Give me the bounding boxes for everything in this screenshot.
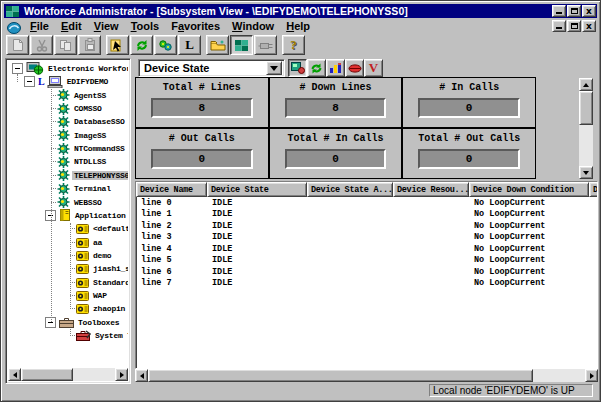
new-document-button[interactable] [6, 35, 29, 55]
help-button[interactable]: ? [282, 35, 305, 55]
close-button[interactable]: x [582, 5, 596, 17]
tree-item-terminal[interactable]: Terminal [51, 182, 113, 195]
menu-edit[interactable]: Edit [61, 20, 82, 32]
column-header[interactable]: Device Resou... [393, 182, 469, 197]
scroll-right-button[interactable] [585, 369, 598, 382]
tree-item-agentss[interactable]: AgentSS [51, 89, 108, 102]
run-subsystem-button[interactable] [154, 35, 177, 55]
table-row[interactable]: line 0IDLENo LoopCurrent [136, 197, 597, 209]
tree-item-zhaopin[interactable]: zhaopin [70, 302, 127, 315]
chart-view-button[interactable] [326, 59, 345, 77]
table-row[interactable]: line 4IDLENo LoopCurrent [136, 243, 597, 255]
table-row[interactable]: line 3IDLENo LoopCurrent [136, 232, 597, 244]
scroll-thumb[interactable] [148, 369, 533, 382]
scroll-right-button[interactable] [115, 368, 128, 381]
tree-item-system-tc[interactable]: System Tc [70, 329, 128, 342]
table-horizontal-scrollbar[interactable] [135, 369, 598, 382]
tree-item-telephonyss0[interactable]: TELEPHONYSS0 [51, 169, 128, 182]
scroll-thumb[interactable] [21, 368, 73, 381]
column-header[interactable]: Device Down Condition [469, 182, 589, 197]
menu-bar: FileEditViewToolsFavoritesWindowHelp x [4, 19, 597, 33]
open-folder-button[interactable] [206, 35, 229, 55]
tree-item-imagess[interactable]: ImageSS [51, 129, 108, 142]
collapse-box-icon[interactable] [12, 63, 23, 74]
subsystem-view-button[interactable] [230, 35, 253, 55]
menu-window[interactable]: Window [232, 20, 274, 32]
tree-item-aa[interactable]: aa [70, 236, 104, 249]
column-header[interactable]: Device State [207, 182, 307, 197]
table-cell: line 6 [136, 266, 207, 278]
column-header[interactable]: Device State A... [307, 182, 393, 197]
mdi-restore-button[interactable] [567, 20, 581, 32]
column-header[interactable]: D [589, 182, 598, 197]
subsystem-icon [57, 156, 70, 168]
scroll-down-button[interactable] [579, 166, 593, 179]
tree-item-label: NTCommandSS [72, 144, 127, 153]
table-row[interactable]: line 6IDLENo LoopCurrent [136, 266, 597, 278]
table-cell [393, 255, 469, 267]
table-cell [393, 197, 469, 209]
scroll-up-button[interactable] [579, 78, 593, 91]
tree-item-databasesso[interactable]: DatabaseSSO [51, 115, 127, 128]
scroll-left-button[interactable] [8, 368, 21, 381]
restore-button[interactable] [567, 5, 581, 17]
tree-item-comsso[interactable]: COMSSO [51, 102, 104, 115]
tree-item-demo[interactable]: demo [70, 249, 113, 262]
legend-button[interactable]: L [178, 35, 201, 55]
validate-view-button[interactable]: V [364, 59, 383, 77]
tree-connector [70, 223, 71, 309]
configure-view-button[interactable] [288, 59, 307, 77]
mdi-close-button[interactable]: x [582, 20, 596, 32]
stat-cell: Total # Out Calls0 [402, 128, 536, 179]
refresh-view-button[interactable] [307, 59, 326, 77]
column-header[interactable]: Device Name [136, 182, 207, 197]
table-cell: line 3 [136, 232, 207, 244]
table-cell [393, 209, 469, 221]
tree-item-toolboxes[interactable]: Toolboxes [45, 316, 121, 329]
table-cell: No LoopCurrent [469, 220, 589, 232]
tree-item--default-[interactable]: <default> [70, 222, 128, 235]
tree-item-label: aa [91, 238, 104, 247]
tree-horizontal-scrollbar[interactable] [8, 368, 128, 381]
table-row[interactable]: line 7IDLENo LoopCurrent [136, 278, 597, 290]
tree-item-jiashi-sc[interactable]: jiashi_sc [70, 262, 128, 275]
tree-item-wap[interactable]: WAP [70, 289, 109, 302]
menu-file[interactable]: File [30, 20, 49, 32]
cut-button[interactable] [30, 35, 53, 55]
tree-item-application[interactable]: Application [45, 209, 128, 222]
scroll-thumb[interactable] [579, 91, 593, 125]
table-cell [393, 278, 469, 290]
minimize-button[interactable] [552, 5, 566, 17]
combo-dropdown-button[interactable] [266, 61, 282, 75]
copy-button[interactable] [54, 35, 77, 55]
tree-item-websso[interactable]: WEBSSO [51, 196, 104, 209]
subsystem-icon [57, 89, 70, 101]
tree-item-edifydemo[interactable]: LEDIFYDEMO [24, 75, 110, 88]
tree-item-label: NTDLLSS [72, 157, 108, 166]
application-icon [76, 303, 89, 314]
connection-button[interactable] [254, 35, 277, 55]
scroll-left-button[interactable] [135, 369, 148, 382]
table-cell [589, 220, 598, 232]
tree-item-standard[interactable]: Standard [70, 276, 128, 289]
menu-tools[interactable]: Tools [131, 20, 160, 32]
paste-button[interactable] [78, 35, 101, 55]
table-row[interactable]: line 5IDLENo LoopCurrent [136, 255, 597, 267]
tree-item-ntcommandss[interactable]: NTCommandSS [51, 142, 127, 155]
view-select-combobox[interactable]: Device State [138, 59, 285, 77]
menu-favorites[interactable]: Favorites [171, 20, 220, 32]
stat-label: # Out Calls [136, 133, 268, 144]
tree-item-electronic-workfor[interactable]: Electronic Workfor [12, 62, 128, 75]
mdi-minimize-button[interactable] [552, 20, 566, 32]
toolbox-icon [59, 317, 74, 328]
menu-help[interactable]: Help [286, 20, 310, 32]
table-row[interactable]: line 2IDLENo LoopCurrent [136, 220, 597, 232]
tree-item-ntdllss[interactable]: NTDLLSS [51, 155, 108, 168]
alarm-view-button[interactable] [345, 59, 364, 77]
stats-vertical-scrollbar[interactable] [579, 78, 593, 179]
table-row[interactable]: line 1IDLENo LoopCurrent [136, 209, 597, 221]
refresh-button[interactable] [130, 35, 153, 55]
select-tool-button[interactable] [106, 35, 129, 55]
collapse-box-icon[interactable] [24, 76, 35, 87]
menu-view[interactable]: View [94, 20, 119, 32]
